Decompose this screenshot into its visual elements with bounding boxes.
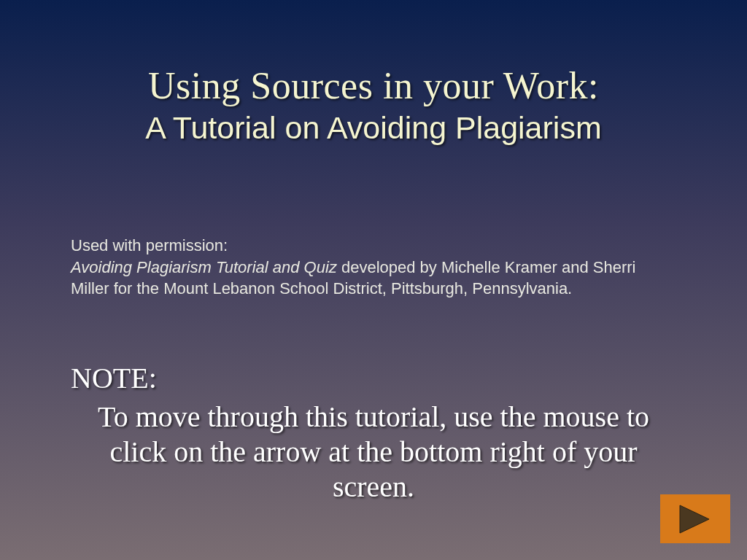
slide-title-sub: A Tutorial on Avoiding Plagiarism [0, 110, 747, 146]
note-text: To move through this tutorial, use the m… [71, 400, 676, 505]
svg-marker-0 [680, 505, 709, 533]
slide-title-main: Using Sources in your Work: [0, 64, 747, 107]
permission-text: Used with permission: Avoiding Plagiaris… [71, 235, 676, 300]
next-button[interactable] [660, 494, 730, 543]
note-label: NOTE: [71, 361, 676, 395]
play-arrow-icon [676, 502, 714, 537]
slide-title-container: Using Sources in your Work: A Tutorial o… [0, 0, 747, 146]
permission-line1: Used with permission: [71, 236, 228, 254]
permission-italic: Avoiding Plagiarism Tutorial and Quiz [71, 258, 337, 276]
note-block: NOTE: To move through this tutorial, use… [71, 361, 676, 505]
